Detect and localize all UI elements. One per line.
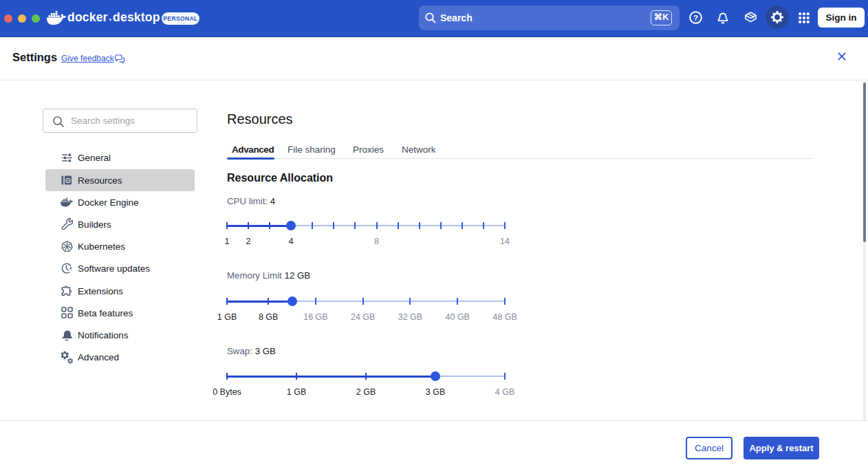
svg-text:?: ?: [693, 14, 698, 22]
